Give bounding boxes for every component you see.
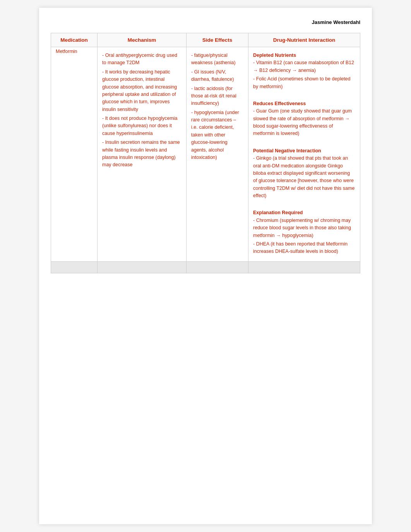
drug-nutrient-section-1-line-0: - Guar Gum (one study showed that guar g… <box>253 107 355 138</box>
side-effect-line-2: - lactic acidosis (for those at-risk d/t… <box>191 85 243 107</box>
footer-cell-4 <box>248 262 360 273</box>
col-header-side-effects: Side Effects <box>187 33 248 47</box>
section-label-1: Reduces Effectiveness <box>253 100 355 107</box>
drug-nutrient-section-0-line-0: - Vitamin B12 (can cause malabsorption o… <box>253 59 355 74</box>
footer-cell-1 <box>51 262 98 273</box>
table-header-row: Medication Mechanism Side Effects Drug-N… <box>51 33 360 47</box>
arrow-icon: → <box>292 68 297 73</box>
cell-mechanism: - Oral antihyperglycemic drug used to ma… <box>98 47 187 261</box>
table-footer-row <box>51 261 360 273</box>
col-header-medication: Medication <box>51 33 98 47</box>
side-effect-line-0: - fatigue/physical weakness (asthenia) <box>191 52 243 67</box>
cell-side-effects: - fatigue/physical weakness (asthenia)- … <box>187 47 248 261</box>
section-label-0: Depleted Nutrients <box>253 52 355 59</box>
side-effect-line-1: - GI issues (N/V, diarrhea, flatulence) <box>191 68 243 84</box>
drug-nutrient-section-2-line-0: - Ginkgo (a trial showed that pts that t… <box>253 155 355 200</box>
author-name: Jasmine Westerdahl <box>51 19 360 25</box>
mechanism-line-3: - Insulin secretion remains the same whi… <box>102 139 182 169</box>
footer-cell-2 <box>98 262 187 273</box>
arrow-icon: → <box>276 233 281 238</box>
table-body: Metformin - Oral antihyperglycemic drug … <box>51 47 360 261</box>
mechanism-line-0: - Oral antihyperglycemic drug used to ma… <box>102 52 182 67</box>
page: Jasmine Westerdahl Medication Mechanism … <box>39 8 372 524</box>
footer-cell-3 <box>187 262 248 273</box>
section-label-2: Potential Negative Interaction <box>253 147 355 155</box>
arrow-icon: → <box>345 116 350 121</box>
mechanism-line-1: - It works by decreasing hepatic glucose… <box>102 68 182 113</box>
main-table: Medication Mechanism Side Effects Drug-N… <box>51 33 360 273</box>
cell-medication: Metformin <box>51 47 98 261</box>
side-effect-line-3: - hypoglycemia (under rare circumstances… <box>191 109 243 162</box>
section-label-3: Explanation Required <box>253 209 355 217</box>
col-header-drug-nutrient: Drug-Nutrient Interaction <box>248 33 360 47</box>
arrow-icon: → <box>253 68 258 73</box>
mechanism-line-2: - It does not produce hypoglycemia (unli… <box>102 115 182 137</box>
drug-nutrient-section-0-line-1: - Folic Acid (sometimes shown to be depl… <box>253 75 355 90</box>
cell-drug-nutrient: Depleted Nutrients- Vitamin B12 (can cau… <box>248 47 360 261</box>
col-header-mechanism: Mechanism <box>98 33 187 47</box>
drug-nutrient-section-3-line-0: - Chromium (supplementing w/ chroming ma… <box>253 217 355 239</box>
drug-nutrient-section-3-line-1: - DHEA (it has been reported that Metfor… <box>253 240 355 256</box>
